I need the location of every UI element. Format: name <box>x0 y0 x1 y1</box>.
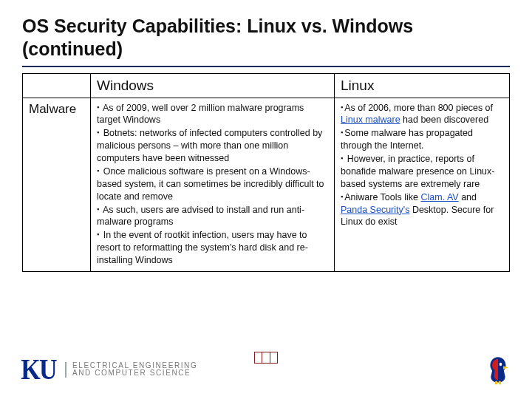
win-bullet-4: As such, users are advised to install an… <box>97 205 304 228</box>
ku-line2: AND COMPUTER SCIENCE <box>72 369 197 378</box>
bullet-icon: ▪ <box>341 154 343 162</box>
header-linux: Linux <box>335 73 510 98</box>
linux-b3: However, in practice, reports of bonafid… <box>341 154 494 189</box>
link-linux-malware[interactable]: Linux malware <box>341 115 400 125</box>
win-bullet-5: In the event of rootkit infection, users… <box>97 230 308 265</box>
win-bullet-3: Once malicious software is present on a … <box>97 166 324 202</box>
table-row: Malware ▪ As of 2009, well over 2 millio… <box>23 98 510 271</box>
jayhawk-icon <box>482 353 514 386</box>
link-clamav[interactable]: Clam. AV <box>421 192 459 202</box>
linux-b1-post: had been discovered <box>400 115 489 125</box>
row-label-malware: Malware <box>23 98 91 271</box>
ku-logo: KU ELECTRICAL ENGINEERING AND COMPUTER S… <box>18 355 197 384</box>
cell-windows: ▪ As of 2009, well over 2 million malwar… <box>91 98 335 271</box>
header-windows: Windows <box>91 73 335 98</box>
header-blank <box>23 73 91 98</box>
bullet-icon: ▪ <box>341 103 343 111</box>
linux-b4-pre: Aniware Tools like <box>344 192 420 202</box>
win-bullet-1: As of 2009, well over 2 million malware … <box>97 103 304 126</box>
bullet-icon: ▪ <box>341 129 343 136</box>
page-title: OS Security Capabilities: Linux vs. Wind… <box>22 15 510 61</box>
title-underline <box>22 66 510 67</box>
cell-linux: ▪As of 2006, more than 800 pieces of Lin… <box>335 98 510 271</box>
bullet-icon: ▪ <box>97 167 99 174</box>
linux-b4-mid: and <box>459 192 477 202</box>
footer: KU ELECTRICAL ENGINEERING AND COMPUTER S… <box>0 347 532 392</box>
comparison-table: Windows Linux Malware ▪ As of 2009, well… <box>22 73 510 272</box>
bullet-icon: ▪ <box>97 129 99 136</box>
bullet-icon: ▪ <box>97 103 99 111</box>
bullet-icon: ▪ <box>97 205 99 213</box>
ku-dept-text: ELECTRICAL ENGINEERING AND COMPUTER SCIE… <box>65 362 197 378</box>
bullet-icon: ▪ <box>97 231 99 238</box>
bullet-icon: ▪ <box>341 193 343 200</box>
linux-b1-pre: As of 2006, more than 800 pieces of <box>344 103 493 113</box>
link-panda-security[interactable]: Panda Security's <box>341 205 409 215</box>
table-header-row: Windows Linux <box>23 73 510 98</box>
ku-mark: KU <box>21 355 56 384</box>
win-bullet-2: Botnets: networks of infected computers … <box>97 128 322 163</box>
svg-point-0 <box>499 363 502 366</box>
linux-b2: Some malware has propagated through the … <box>341 128 473 151</box>
